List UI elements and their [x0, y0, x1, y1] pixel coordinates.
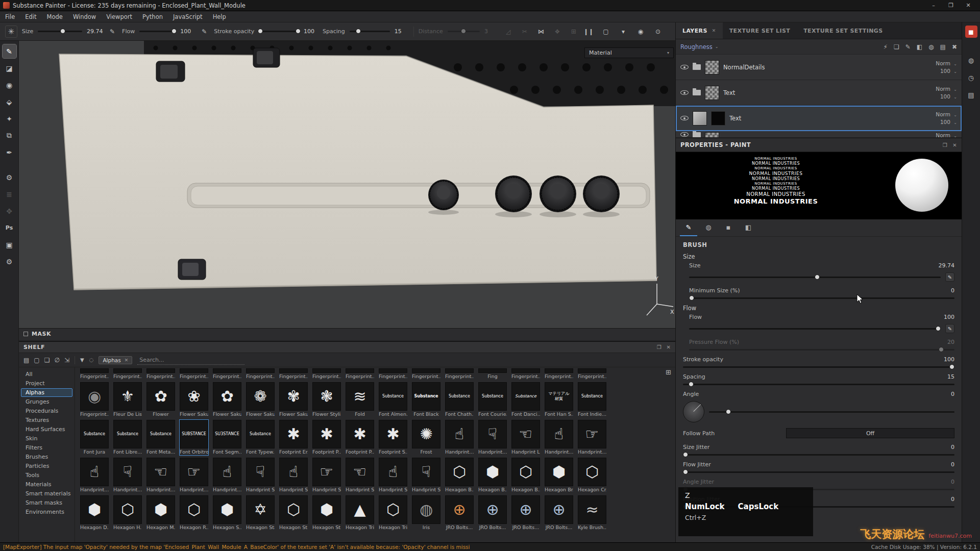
shelf-category-grunges[interactable]: Grunges	[21, 397, 72, 406]
iray-render-icon[interactable]: ▣	[3, 238, 16, 252]
shelf-category-procedurals[interactable]: Procedurals	[21, 407, 72, 415]
shelf-item[interactable]: ☝Handprint...	[545, 420, 573, 455]
shelf-item[interactable]: ✡Hexagon Star	[246, 495, 275, 531]
material-picker-tool[interactable]: ✒	[3, 145, 16, 159]
shelf-item[interactable]: ☝Handprint S...	[279, 458, 308, 493]
shelf-item[interactable]: ✺Frost	[412, 420, 440, 455]
shelf-item[interactable]: ☟Handprint...	[113, 458, 142, 493]
shelf-item[interactable]: Fingerprint...	[346, 368, 374, 380]
blend-mode-dropdown[interactable]: Norm ⌄	[936, 132, 957, 138]
shelf-item[interactable]: Fingerprint...	[213, 368, 241, 380]
param-slider[interactable]	[683, 384, 954, 385]
angle-dial[interactable]	[683, 401, 704, 422]
pressure-toggle-icon[interactable]: ✎	[945, 324, 954, 333]
shelf-item[interactable]: ✿Flower	[146, 382, 175, 417]
shelf-category-textures[interactable]: Textures	[21, 416, 72, 424]
menu-help[interactable]: Help	[208, 11, 231, 22]
shelf-item[interactable]: ☝Handprint...	[213, 458, 241, 493]
flow-pressure-toggle-icon[interactable]: ✎	[199, 27, 209, 37]
menu-python[interactable]: Python	[137, 11, 168, 22]
param-slider[interactable]	[709, 411, 954, 413]
color-mode-tab[interactable]: ▪	[720, 219, 737, 236]
popout-icon[interactable]: ❐	[657, 344, 662, 350]
viewport-3d-view[interactable]: Y X Material ▾	[19, 41, 675, 328]
shelf-item[interactable]: ⬡Hexagon St...	[279, 495, 308, 531]
projection-tool[interactable]: ◉	[3, 78, 16, 92]
viewer-settings-button[interactable]: ◍	[965, 54, 977, 66]
menu-window[interactable]: Window	[68, 11, 101, 22]
shelf-item[interactable]: マテリアル 材質Font Han S...	[545, 382, 573, 417]
shelf-item[interactable]: ☞Handprint S...	[312, 458, 341, 493]
shelf-category-environments[interactable]: Environments	[21, 508, 72, 516]
shelf-item[interactable]: ☝Handprint...	[445, 420, 474, 455]
shelf-item[interactable]: SubstanceFont Almen...	[379, 382, 407, 417]
history-button[interactable]: ◷	[965, 71, 977, 84]
pressure-toggle-icon[interactable]: ✎	[945, 272, 954, 282]
param-slider[interactable]	[689, 277, 941, 278]
layer-row[interactable]: Norm ⌄100 ⌄	[676, 131, 962, 138]
popout-icon[interactable]: ❐	[943, 142, 947, 148]
shelf-item[interactable]: ⊕JRO Bolts...	[478, 495, 507, 531]
menu-viewport[interactable]: Viewport	[101, 11, 137, 22]
mask-bar[interactable]: MASK	[19, 328, 675, 339]
shelf-item[interactable]: SubstanceFont Libre...	[113, 420, 142, 455]
log-button[interactable]: ▤	[965, 89, 977, 101]
shelf-category-hard-surfaces[interactable]: Hard Surfaces	[21, 425, 72, 434]
shelf-category-all[interactable]: All	[21, 370, 72, 379]
shelf-item[interactable]: SubstanceFont Jura	[80, 420, 109, 455]
add-effect-icon[interactable]: ⚡	[884, 43, 888, 51]
shelf-item[interactable]: ⊕JRO Bolts...	[511, 495, 540, 531]
shelf-category-brushes[interactable]: Brushes	[21, 453, 72, 461]
shelf-item[interactable]: SUBSTANCEFont Orbitron	[180, 420, 208, 455]
shelf-item[interactable]: SU3STANCEFont Segm...	[213, 420, 241, 455]
tab-texture-set-settings[interactable]: TEXTURE SET SETTINGS	[797, 22, 889, 39]
param-slider[interactable]	[683, 471, 954, 473]
blend-mode-dropdown[interactable]: Norm ⌄	[936, 60, 957, 66]
shelf-item[interactable]: Fingerprint...	[279, 368, 308, 380]
shelf-item[interactable]: ☟Handprint...	[478, 420, 507, 455]
shelf-item[interactable]: ≈Kyle Brush...	[578, 495, 606, 531]
opacity-dropdown[interactable]: 100 ⌄	[940, 119, 957, 125]
param-slider[interactable]	[689, 328, 941, 330]
visibility-eye-icon[interactable]	[680, 65, 689, 69]
blend-mode-dropdown[interactable]: Norm ⌄	[936, 111, 957, 117]
visibility-eye-icon[interactable]	[680, 90, 689, 95]
param-slider[interactable]	[683, 454, 954, 456]
shelf-item[interactable]: ⚜Fleur De Lis	[113, 382, 142, 417]
shelf-item[interactable]: ✾Flower Saku...	[279, 382, 308, 417]
slider-handle[interactable]	[815, 274, 820, 280]
filter-icon[interactable]: ▼	[80, 357, 84, 363]
shelf-item[interactable]: Fingerprint...	[80, 368, 109, 380]
shelf-item[interactable]: ⊕JRO Bolts...	[445, 495, 474, 531]
slider-handle[interactable]	[726, 409, 731, 414]
slider-handle[interactable]	[949, 364, 954, 369]
shelf-item[interactable]: ⬢Hexagon B...	[478, 458, 507, 493]
pause-engine-button[interactable]: ❙❙	[583, 27, 594, 37]
param-slider[interactable]	[689, 349, 954, 350]
shelf-item[interactable]: ✿Flower Saku...	[213, 382, 241, 417]
photoshop-export-icon[interactable]: Ps	[3, 221, 16, 235]
shelf-item[interactable]: Fingerprint...	[312, 368, 341, 380]
shelf-item[interactable]: ⬢Hexagon St...	[312, 495, 341, 531]
shelf-category-filters[interactable]: Filters	[21, 443, 72, 452]
minimize-button[interactable]: –	[925, 1, 942, 11]
size-pressure-toggle-icon[interactable]: ✎	[107, 27, 117, 37]
add-layer-icon[interactable]: ❏	[894, 43, 899, 51]
shelf-item[interactable]: ☜Handprint...	[146, 458, 175, 493]
shelf-new-resource-icon[interactable]: ▢	[34, 357, 39, 364]
shelf-item[interactable]: ☞Handprint...	[180, 458, 208, 493]
shelf-item[interactable]: ⬡Hexagon B...	[445, 458, 474, 493]
brush-preset-icon[interactable]: ✳	[5, 26, 17, 38]
size-slider[interactable]	[38, 31, 82, 32]
shelf-item[interactable]: ✱Footprint S...	[379, 420, 407, 455]
shelf-item[interactable]: Fingerprint...	[180, 368, 208, 380]
flow-slider-handle[interactable]	[172, 29, 177, 34]
param-slider[interactable]	[683, 366, 954, 368]
shelf-category-project[interactable]: Project	[21, 379, 72, 388]
shelf-category-smart-materials[interactable]: Smart materials	[21, 489, 72, 498]
shelf-item[interactable]: ≋Fold	[346, 382, 374, 417]
mask-checkbox-icon[interactable]	[23, 332, 28, 336]
shelf-item[interactable]: ☞Handprint...	[578, 420, 606, 455]
shelf-item[interactable]: ⬡Hexagon B...	[511, 458, 540, 493]
shelf-item[interactable]: ⊕JRO Bolts...	[545, 495, 573, 531]
